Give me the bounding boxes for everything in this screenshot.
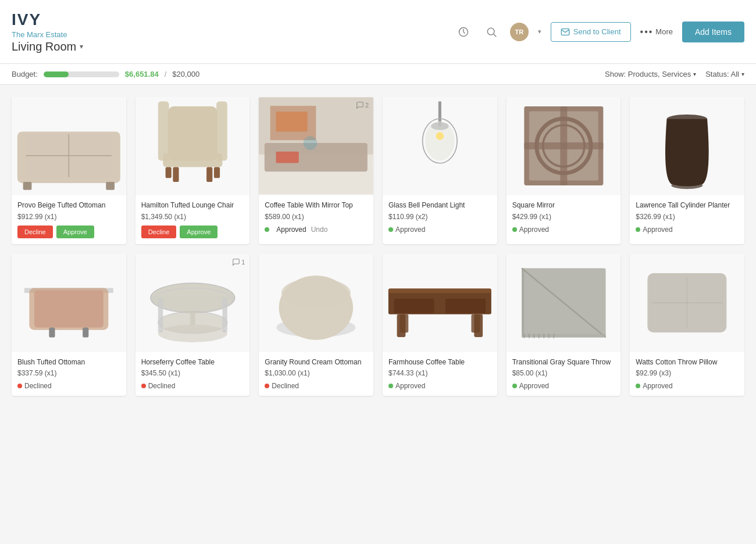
- product-card: Blush Tufted Ottoman $337.59 (x1) Declin…: [12, 253, 126, 396]
- product-info: Granity Round Cream Ottoman $1,030.00 (x…: [259, 352, 373, 396]
- product-name: Granity Round Cream Ottoman: [265, 358, 368, 367]
- product-info: Glass Bell Pendant Light $110.99 (x2) Ap…: [383, 195, 497, 239]
- svg-rect-42: [49, 327, 55, 337]
- product-grid-container: Provo Beige Tufted Ottoman $912.99 (x1) …: [0, 85, 756, 407]
- room-title[interactable]: Living Room ▾: [12, 40, 83, 53]
- svg-rect-58: [445, 299, 486, 313]
- approved-label: Approved: [276, 226, 306, 234]
- header: IVY The Marx Estate Living Room ▾ TR ▾: [0, 0, 756, 64]
- product-name: Glass Bell Pendant Light: [388, 201, 491, 210]
- product-price: $589.00 (x1): [265, 213, 368, 221]
- approved-label: Approved: [643, 226, 672, 234]
- svg-rect-61: [400, 314, 408, 332]
- product-actions: Approved: [636, 382, 739, 390]
- undo-button[interactable]: Undo: [311, 226, 328, 234]
- svg-point-38: [672, 182, 703, 189]
- product-name: Square Mirror: [512, 201, 615, 210]
- product-price: $337.59 (x1): [17, 369, 120, 377]
- product-price: $110.99 (x2): [388, 213, 491, 221]
- status-filter-chevron-icon: ▾: [741, 71, 744, 77]
- product-info: Lawrence Tall Cylinder Planter $326.99 (…: [630, 195, 744, 239]
- budget-bar-fill: [44, 71, 69, 77]
- product-image: [507, 253, 621, 352]
- svg-rect-7: [23, 182, 32, 190]
- history-button[interactable]: [454, 23, 473, 41]
- avatar-button[interactable]: TR: [510, 23, 529, 41]
- comment-badge[interactable]: 2: [356, 101, 369, 109]
- add-items-button[interactable]: Add Items: [682, 22, 744, 42]
- product-info: Transitional Gray Square Throw $85.00 (x…: [507, 352, 621, 396]
- product-info: Square Mirror $429.99 (x1) Approved: [507, 195, 621, 239]
- product-image: [383, 253, 497, 352]
- product-price: $912.99 (x1): [17, 213, 120, 221]
- approve-button[interactable]: Approve: [56, 226, 94, 238]
- product-name: Transitional Gray Square Throw: [512, 358, 615, 367]
- product-image: [383, 96, 497, 195]
- svg-rect-11: [158, 102, 169, 161]
- product-card: Hamilton Tufted Lounge Chair $1,349.50 (…: [135, 96, 250, 244]
- product-actions: Approved Undo: [265, 226, 368, 234]
- estate-name[interactable]: The Marx Estate: [12, 30, 83, 39]
- svg-point-28: [431, 122, 449, 130]
- send-to-client-button[interactable]: Send to Client: [551, 22, 631, 42]
- header-right: TR ▾ Send to Client ••• More Add Items: [454, 22, 744, 42]
- product-actions: Declined: [265, 382, 368, 390]
- decline-button[interactable]: Decline: [17, 226, 53, 238]
- status-dot-approved: [636, 227, 640, 232]
- decline-button[interactable]: Decline: [141, 226, 177, 238]
- show-filter-button[interactable]: Show: Products, Services ▾: [605, 70, 696, 78]
- product-price: $326.99 (x1): [636, 213, 739, 221]
- svg-rect-50: [222, 298, 227, 332]
- product-card: 1 Horseferry Coffee Table $345.50 (x1) D…: [135, 253, 250, 396]
- svg-rect-12: [216, 102, 227, 161]
- product-name: Coffee Table With Mirror Top: [265, 201, 368, 210]
- product-name: Lawrence Tall Cylinder Planter: [636, 201, 739, 210]
- budget-bar: [44, 71, 119, 77]
- more-button[interactable]: ••• More: [640, 27, 673, 37]
- status-dot-declined: [141, 384, 146, 388]
- toolbar: Budget: $6,651.84 / $20,000 Show: Produc…: [0, 64, 756, 85]
- budget-total: $20,000: [172, 70, 199, 78]
- svg-rect-8: [106, 182, 115, 190]
- svg-line-2: [494, 34, 497, 37]
- status-dot-declined: [17, 384, 22, 388]
- comment-badge[interactable]: 1: [232, 258, 245, 266]
- status-dot-approved: [512, 227, 517, 232]
- svg-rect-16: [214, 167, 220, 178]
- product-name: Blush Tufted Ottoman: [17, 358, 120, 367]
- room-chevron-icon: ▾: [80, 42, 83, 51]
- approved-label: Approved: [395, 226, 425, 234]
- product-card: Glass Bell Pendant Light $110.99 (x2) Ap…: [383, 96, 497, 244]
- svg-rect-43: [83, 327, 88, 337]
- avatar-chevron-icon: ▾: [538, 28, 541, 35]
- approve-button[interactable]: Approve: [180, 226, 217, 238]
- product-price: $85.00 (x1): [512, 369, 615, 377]
- svg-rect-33: [560, 106, 567, 146]
- product-actions: Approved: [388, 226, 491, 234]
- product-name: Hamilton Tufted Lounge Chair: [141, 201, 244, 210]
- status-dot-approved: [265, 227, 269, 232]
- product-actions: Approved: [512, 382, 615, 390]
- search-button[interactable]: [482, 23, 501, 41]
- svg-rect-15: [165, 167, 171, 178]
- product-card: Lawrence Tall Cylinder Planter $326.99 (…: [630, 96, 744, 244]
- svg-rect-13: [173, 167, 179, 182]
- comment-count: 1: [241, 259, 245, 266]
- svg-point-48: [158, 324, 227, 342]
- svg-rect-49: [158, 298, 163, 332]
- product-card: Granity Round Cream Ottoman $1,030.00 (x…: [259, 253, 373, 396]
- status-dot-declined: [265, 384, 269, 388]
- svg-rect-41: [29, 288, 108, 330]
- declined-label: Declined: [148, 382, 176, 390]
- status-filter-button[interactable]: Status: All ▾: [705, 70, 744, 78]
- product-info: Hamilton Tufted Lounge Chair $1,349.50 (…: [135, 195, 250, 244]
- svg-rect-56: [388, 288, 491, 293]
- product-info: Provo Beige Tufted Ottoman $912.99 (x1) …: [12, 195, 126, 244]
- comment-count: 2: [365, 102, 369, 109]
- product-image: [12, 96, 126, 195]
- product-price: $1,030.00 (x1): [265, 369, 368, 377]
- approved-label: Approved: [519, 226, 549, 234]
- budget-separator: /: [165, 70, 167, 78]
- product-price: $92.99 (x3): [636, 369, 739, 377]
- product-price: $429.99 (x1): [512, 213, 615, 221]
